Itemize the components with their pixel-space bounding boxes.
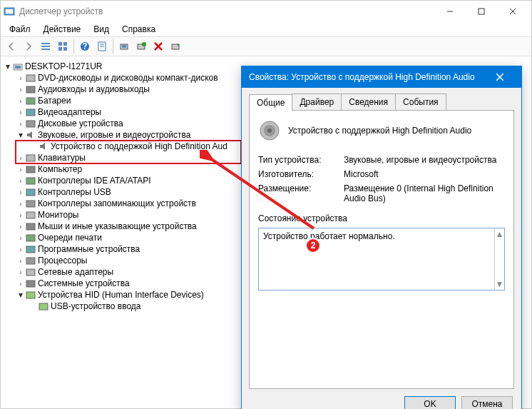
svg-rect-28 bbox=[26, 86, 35, 93]
tree-label: Процессоры bbox=[38, 256, 88, 266]
device-icon bbox=[25, 243, 36, 255]
tab-general[interactable]: Общие bbox=[249, 94, 292, 111]
grid-icon[interactable] bbox=[55, 39, 71, 54]
tree-label: Системные устройства bbox=[38, 278, 130, 288]
tree-label: Мыши и иные указывающие устройства bbox=[38, 221, 197, 231]
chevron-icon[interactable]: › bbox=[16, 211, 25, 219]
back-button[interactable] bbox=[4, 39, 19, 54]
label-status: Состояние устройства bbox=[258, 213, 505, 223]
titlebar: Диспетчер устройств bbox=[1, 1, 531, 22]
tree-label: Дисковые устройства bbox=[38, 118, 123, 128]
dialog-close-button[interactable] bbox=[486, 66, 514, 88]
device-icon bbox=[25, 106, 36, 118]
forward-button[interactable] bbox=[21, 39, 36, 54]
status-textbox[interactable]: Устройство работает нормально. ▲▼ bbox=[258, 228, 505, 291]
svg-rect-41 bbox=[26, 235, 35, 241]
minimize-button[interactable] bbox=[434, 1, 466, 21]
svg-rect-1 bbox=[6, 9, 13, 14]
svg-rect-39 bbox=[26, 212, 35, 218]
device-icon bbox=[25, 232, 36, 243]
scan-icon[interactable] bbox=[116, 39, 132, 54]
dialog-title: Свойства: Устройство с поддержкой High D… bbox=[249, 72, 486, 82]
menu-file[interactable]: Файл bbox=[4, 23, 36, 36]
device-icon bbox=[25, 278, 36, 289]
app-icon bbox=[4, 6, 15, 17]
svg-rect-29 bbox=[26, 98, 35, 104]
svg-rect-10 bbox=[63, 42, 67, 46]
list-icon[interactable] bbox=[38, 39, 53, 54]
chevron-icon[interactable]: › bbox=[16, 200, 25, 208]
tree-label: Сетевые адаптеры bbox=[38, 267, 113, 277]
delete-icon[interactable] bbox=[150, 39, 166, 54]
tree-label: Аудиовходы и аудиовыходы bbox=[38, 84, 150, 94]
update-icon[interactable] bbox=[133, 39, 149, 54]
properties-icon[interactable] bbox=[94, 39, 110, 54]
tree-label: USB-устройство ввода bbox=[51, 301, 141, 311]
chevron-icon[interactable]: › bbox=[16, 246, 25, 253]
svg-rect-36 bbox=[26, 178, 35, 184]
chevron-icon[interactable]: › bbox=[16, 257, 25, 265]
device-icon bbox=[12, 61, 24, 72]
label-type: Тип устройства: bbox=[258, 155, 344, 165]
device-icon bbox=[25, 72, 36, 84]
svg-rect-38 bbox=[26, 201, 35, 207]
chevron-icon[interactable]: › bbox=[16, 166, 25, 173]
svg-marker-33 bbox=[40, 143, 45, 150]
svg-rect-35 bbox=[26, 166, 35, 173]
tab-details[interactable]: Сведения bbox=[341, 94, 396, 110]
tab-content-general: Устройство с поддержкой High Definition … bbox=[249, 111, 514, 389]
tree-label: DESKTOP-I1271UR bbox=[25, 61, 103, 71]
menubar: Файл Действие Вид Справка bbox=[1, 22, 531, 36]
chevron-icon[interactable]: ▾ bbox=[16, 290, 25, 300]
device-icon bbox=[25, 289, 36, 301]
cancel-button[interactable]: Отмена bbox=[461, 396, 513, 409]
close-button[interactable] bbox=[497, 1, 528, 21]
device-icon bbox=[25, 129, 36, 141]
device-icon bbox=[25, 118, 36, 129]
svg-rect-8 bbox=[41, 49, 50, 50]
chevron-icon[interactable]: › bbox=[16, 188, 25, 196]
chevron-icon[interactable]: › bbox=[16, 177, 25, 185]
tree-label: Очереди печати bbox=[38, 233, 102, 243]
menu-help[interactable]: Справка bbox=[116, 23, 161, 36]
svg-rect-31 bbox=[26, 121, 35, 127]
tab-driver[interactable]: Драйвер bbox=[292, 94, 342, 110]
maximize-button[interactable] bbox=[466, 1, 497, 21]
refresh-icon[interactable] bbox=[168, 39, 183, 54]
tab-strip: Общие Драйвер Сведения События bbox=[249, 94, 514, 111]
scrollbar[interactable]: ▲▼ bbox=[494, 228, 504, 290]
device-icon bbox=[25, 255, 36, 266]
chevron-icon[interactable]: › bbox=[16, 86, 25, 94]
help-icon[interactable]: ? bbox=[77, 39, 93, 54]
svg-marker-32 bbox=[27, 131, 32, 138]
svg-rect-19 bbox=[122, 45, 126, 48]
tree-label: Мониторы bbox=[38, 210, 78, 220]
chevron-icon[interactable]: › bbox=[16, 108, 25, 116]
chevron-icon[interactable]: ▾ bbox=[16, 130, 25, 140]
chevron-icon[interactable]: › bbox=[16, 120, 25, 128]
status-text: Устройство работает нормально. bbox=[263, 231, 395, 241]
tree-label: Компьютер bbox=[38, 164, 82, 174]
svg-rect-46 bbox=[26, 292, 35, 298]
svg-rect-43 bbox=[26, 258, 35, 264]
tree-label: Устройства HID (Human Interface Devices) bbox=[38, 290, 204, 300]
svg-rect-9 bbox=[58, 42, 62, 46]
menu-view[interactable]: Вид bbox=[88, 23, 115, 36]
chevron-icon[interactable]: › bbox=[16, 234, 25, 242]
chevron-icon[interactable]: › bbox=[16, 97, 25, 105]
chevron-icon[interactable]: › bbox=[16, 74, 25, 82]
chevron-icon[interactable]: › bbox=[16, 268, 25, 276]
chevron-icon[interactable]: › bbox=[16, 154, 25, 162]
svg-rect-7 bbox=[41, 46, 50, 47]
separator bbox=[113, 39, 113, 54]
chevron-icon[interactable]: › bbox=[16, 280, 25, 288]
ok-button[interactable]: OK bbox=[404, 396, 456, 409]
chevron-icon[interactable]: ▾ bbox=[4, 61, 12, 71]
chevron-icon[interactable]: › bbox=[16, 223, 25, 231]
svg-text:?: ? bbox=[82, 41, 87, 51]
menu-action[interactable]: Действие bbox=[38, 23, 87, 36]
tab-events[interactable]: События bbox=[395, 94, 446, 110]
svg-point-21 bbox=[142, 42, 146, 46]
svg-rect-6 bbox=[41, 43, 50, 44]
svg-rect-47 bbox=[39, 303, 48, 310]
